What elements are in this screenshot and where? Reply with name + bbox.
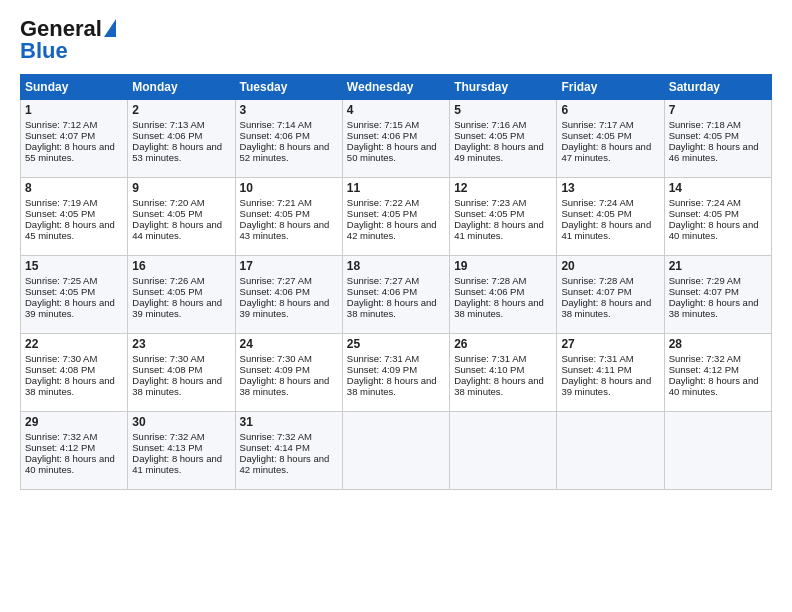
calendar-cell	[342, 412, 449, 490]
calendar-header-sunday: Sunday	[21, 75, 128, 100]
calendar-cell: 11Sunrise: 7:22 AMSunset: 4:05 PMDayligh…	[342, 178, 449, 256]
day-number: 21	[669, 259, 767, 273]
day-number: 17	[240, 259, 338, 273]
sunset: Sunset: 4:09 PM	[347, 364, 417, 375]
sunrise: Sunrise: 7:32 AM	[669, 353, 741, 364]
sunset: Sunset: 4:14 PM	[240, 442, 310, 453]
daylight: Daylight: 8 hours and 40 minutes.	[669, 375, 759, 397]
daylight: Daylight: 8 hours and 42 minutes.	[347, 219, 437, 241]
sunrise: Sunrise: 7:17 AM	[561, 119, 633, 130]
daylight: Daylight: 8 hours and 38 minutes.	[132, 375, 222, 397]
sunrise: Sunrise: 7:23 AM	[454, 197, 526, 208]
daylight: Daylight: 8 hours and 45 minutes.	[25, 219, 115, 241]
calendar-header-friday: Friday	[557, 75, 664, 100]
calendar-header-saturday: Saturday	[664, 75, 771, 100]
sunrise: Sunrise: 7:24 AM	[561, 197, 633, 208]
logo-triangle-icon	[104, 19, 116, 37]
calendar-cell: 9Sunrise: 7:20 AMSunset: 4:05 PMDaylight…	[128, 178, 235, 256]
sunset: Sunset: 4:05 PM	[669, 208, 739, 219]
calendar-cell	[664, 412, 771, 490]
daylight: Daylight: 8 hours and 38 minutes.	[561, 297, 651, 319]
sunset: Sunset: 4:07 PM	[669, 286, 739, 297]
calendar-cell: 15Sunrise: 7:25 AMSunset: 4:05 PMDayligh…	[21, 256, 128, 334]
day-number: 6	[561, 103, 659, 117]
day-number: 26	[454, 337, 552, 351]
daylight: Daylight: 8 hours and 53 minutes.	[132, 141, 222, 163]
daylight: Daylight: 8 hours and 41 minutes.	[561, 219, 651, 241]
calendar-cell: 29Sunrise: 7:32 AMSunset: 4:12 PMDayligh…	[21, 412, 128, 490]
sunset: Sunset: 4:06 PM	[454, 286, 524, 297]
calendar-header-wednesday: Wednesday	[342, 75, 449, 100]
calendar-header-tuesday: Tuesday	[235, 75, 342, 100]
day-number: 14	[669, 181, 767, 195]
sunset: Sunset: 4:05 PM	[132, 286, 202, 297]
day-number: 30	[132, 415, 230, 429]
daylight: Daylight: 8 hours and 46 minutes.	[669, 141, 759, 163]
sunset: Sunset: 4:06 PM	[240, 130, 310, 141]
sunset: Sunset: 4:05 PM	[454, 130, 524, 141]
logo: General Blue	[20, 16, 116, 64]
sunrise: Sunrise: 7:16 AM	[454, 119, 526, 130]
calendar-cell: 5Sunrise: 7:16 AMSunset: 4:05 PMDaylight…	[450, 100, 557, 178]
day-number: 8	[25, 181, 123, 195]
sunset: Sunset: 4:06 PM	[347, 286, 417, 297]
page: General Blue SundayMondayTuesdayWednesda…	[0, 0, 792, 500]
calendar-cell: 14Sunrise: 7:24 AMSunset: 4:05 PMDayligh…	[664, 178, 771, 256]
calendar-cell: 21Sunrise: 7:29 AMSunset: 4:07 PMDayligh…	[664, 256, 771, 334]
sunrise: Sunrise: 7:27 AM	[347, 275, 419, 286]
daylight: Daylight: 8 hours and 55 minutes.	[25, 141, 115, 163]
sunrise: Sunrise: 7:12 AM	[25, 119, 97, 130]
sunrise: Sunrise: 7:31 AM	[454, 353, 526, 364]
sunrise: Sunrise: 7:28 AM	[561, 275, 633, 286]
calendar-header-row: SundayMondayTuesdayWednesdayThursdayFrid…	[21, 75, 772, 100]
calendar-cell: 20Sunrise: 7:28 AMSunset: 4:07 PMDayligh…	[557, 256, 664, 334]
day-number: 9	[132, 181, 230, 195]
day-number: 12	[454, 181, 552, 195]
daylight: Daylight: 8 hours and 40 minutes.	[25, 453, 115, 475]
daylight: Daylight: 8 hours and 49 minutes.	[454, 141, 544, 163]
sunrise: Sunrise: 7:30 AM	[132, 353, 204, 364]
sunrise: Sunrise: 7:31 AM	[347, 353, 419, 364]
day-number: 29	[25, 415, 123, 429]
calendar-cell: 8Sunrise: 7:19 AMSunset: 4:05 PMDaylight…	[21, 178, 128, 256]
calendar-header-thursday: Thursday	[450, 75, 557, 100]
daylight: Daylight: 8 hours and 38 minutes.	[347, 375, 437, 397]
sunrise: Sunrise: 7:21 AM	[240, 197, 312, 208]
day-number: 23	[132, 337, 230, 351]
calendar-cell: 16Sunrise: 7:26 AMSunset: 4:05 PMDayligh…	[128, 256, 235, 334]
daylight: Daylight: 8 hours and 44 minutes.	[132, 219, 222, 241]
sunrise: Sunrise: 7:29 AM	[669, 275, 741, 286]
daylight: Daylight: 8 hours and 38 minutes.	[347, 297, 437, 319]
sunrise: Sunrise: 7:32 AM	[240, 431, 312, 442]
sunset: Sunset: 4:09 PM	[240, 364, 310, 375]
calendar-cell: 24Sunrise: 7:30 AMSunset: 4:09 PMDayligh…	[235, 334, 342, 412]
calendar-cell: 6Sunrise: 7:17 AMSunset: 4:05 PMDaylight…	[557, 100, 664, 178]
calendar-week-row: 8Sunrise: 7:19 AMSunset: 4:05 PMDaylight…	[21, 178, 772, 256]
calendar-cell	[450, 412, 557, 490]
calendar-cell: 12Sunrise: 7:23 AMSunset: 4:05 PMDayligh…	[450, 178, 557, 256]
sunset: Sunset: 4:05 PM	[669, 130, 739, 141]
logo-text-blue: Blue	[20, 38, 68, 64]
calendar-cell	[557, 412, 664, 490]
daylight: Daylight: 8 hours and 40 minutes.	[669, 219, 759, 241]
calendar-cell: 10Sunrise: 7:21 AMSunset: 4:05 PMDayligh…	[235, 178, 342, 256]
calendar-cell: 3Sunrise: 7:14 AMSunset: 4:06 PMDaylight…	[235, 100, 342, 178]
calendar-week-row: 1Sunrise: 7:12 AMSunset: 4:07 PMDaylight…	[21, 100, 772, 178]
daylight: Daylight: 8 hours and 52 minutes.	[240, 141, 330, 163]
day-number: 4	[347, 103, 445, 117]
sunrise: Sunrise: 7:14 AM	[240, 119, 312, 130]
sunset: Sunset: 4:05 PM	[561, 208, 631, 219]
header: General Blue	[20, 16, 772, 64]
sunset: Sunset: 4:07 PM	[25, 130, 95, 141]
sunset: Sunset: 4:05 PM	[347, 208, 417, 219]
calendar-cell: 19Sunrise: 7:28 AMSunset: 4:06 PMDayligh…	[450, 256, 557, 334]
calendar-cell: 30Sunrise: 7:32 AMSunset: 4:13 PMDayligh…	[128, 412, 235, 490]
calendar-cell: 22Sunrise: 7:30 AMSunset: 4:08 PMDayligh…	[21, 334, 128, 412]
calendar-cell: 2Sunrise: 7:13 AMSunset: 4:06 PMDaylight…	[128, 100, 235, 178]
day-number: 27	[561, 337, 659, 351]
sunrise: Sunrise: 7:26 AM	[132, 275, 204, 286]
sunset: Sunset: 4:08 PM	[25, 364, 95, 375]
sunset: Sunset: 4:08 PM	[132, 364, 202, 375]
calendar-cell: 4Sunrise: 7:15 AMSunset: 4:06 PMDaylight…	[342, 100, 449, 178]
daylight: Daylight: 8 hours and 39 minutes.	[25, 297, 115, 319]
